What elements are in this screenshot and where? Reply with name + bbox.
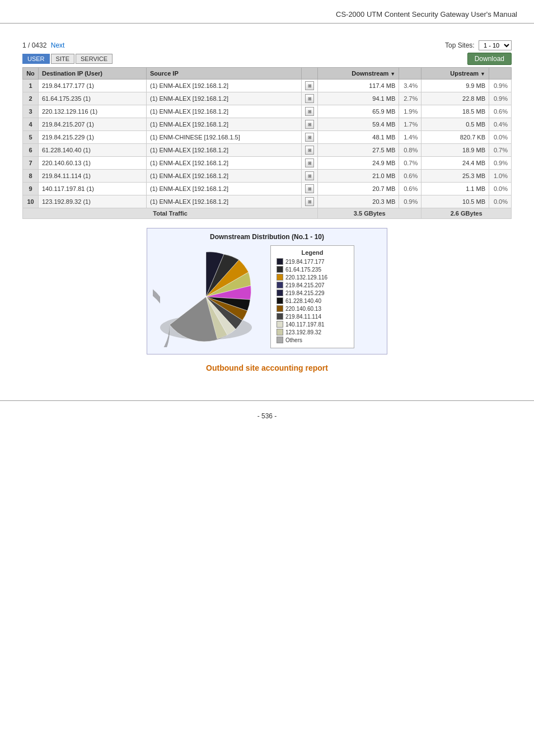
row-up-pct: 0.9% xyxy=(489,92,512,105)
row-dest: 123.192.89.32 (1) xyxy=(39,195,147,208)
chart-container: Downstream Distribution (No.1 - 10) xyxy=(147,228,387,354)
legend-item: 123.192.89.32 xyxy=(277,329,348,335)
tab-row: USER SITE SERVICE Download xyxy=(22,53,512,65)
table-row: 4 219.84.215.207 (1) (1) ENM-ALEX [192.1… xyxy=(23,118,512,131)
detail-icon[interactable]: ⊞ xyxy=(305,171,314,180)
legend-title: Legend xyxy=(277,249,348,256)
next-link[interactable]: Next xyxy=(51,41,65,49)
legend-item: 140.117.197.81 xyxy=(277,321,348,328)
legend-label: 61.64.175.235 xyxy=(285,267,321,273)
detail-icon[interactable]: ⊞ xyxy=(305,146,314,155)
col-downstream[interactable]: Downstream xyxy=(318,68,399,80)
legend-color-swatch xyxy=(277,258,283,265)
col-detail xyxy=(302,68,318,80)
legend-item: 220.132.129.116 xyxy=(277,274,348,281)
detail-icon[interactable]: ⊞ xyxy=(305,197,314,206)
legend-label: 140.117.197.81 xyxy=(285,321,325,328)
page-header: CS-2000 UTM Content Security Gateway Use… xyxy=(0,0,534,24)
table-row: 7 220.140.60.13 (1) (1) ENM-ALEX [192.16… xyxy=(23,157,512,170)
row-up-pct: 0.9% xyxy=(489,157,512,170)
row-downstream: 27.5 MB xyxy=(318,144,399,157)
col-dest: Destination IP (User) xyxy=(39,68,147,80)
row-detail[interactable]: ⊞ xyxy=(302,92,318,105)
row-source: (1) ENM-ALEX [192.168.1.2] xyxy=(147,80,302,92)
row-down-pct: 2.7% xyxy=(399,92,421,105)
row-down-pct: 1.4% xyxy=(399,131,421,144)
detail-icon[interactable]: ⊞ xyxy=(305,94,314,103)
row-upstream: 9.9 MB xyxy=(421,80,489,92)
col-no: No xyxy=(23,68,39,80)
row-dest: 220.140.60.13 (1) xyxy=(39,157,147,170)
legend-label: 219.84.11.114 xyxy=(285,314,321,320)
row-upstream: 1.1 MB xyxy=(421,183,489,195)
row-downstream: 48.1 MB xyxy=(318,131,399,144)
legend-item: 219.84.11.114 xyxy=(277,313,348,320)
row-detail[interactable]: ⊞ xyxy=(302,157,318,170)
col-up-pct xyxy=(489,68,512,80)
row-up-pct: 0.0% xyxy=(489,183,512,195)
legend-label: 220.140.60.13 xyxy=(285,306,321,312)
chart-title: Downstream Distribution (No.1 - 10) xyxy=(153,233,381,241)
legend-label: 219.84.215.229 xyxy=(285,290,325,296)
page-footer: - 536 - xyxy=(0,400,534,426)
row-no: 5 xyxy=(23,131,39,144)
row-detail[interactable]: ⊞ xyxy=(302,80,318,92)
row-dest: 61.64.175.235 (1) xyxy=(39,92,147,105)
download-button[interactable]: Download xyxy=(467,53,512,65)
row-no: 3 xyxy=(23,105,39,118)
total-upstream: 2.6 GBytes xyxy=(421,208,512,219)
main-content: 1 / 0432 Next Top Sites: 1 - 10 1 - 20 1… xyxy=(0,35,534,384)
detail-icon[interactable]: ⊞ xyxy=(305,81,314,90)
top-sites-select[interactable]: 1 - 10 1 - 20 1 - 50 xyxy=(479,40,512,50)
row-no: 2 xyxy=(23,92,39,105)
row-downstream: 65.9 MB xyxy=(318,105,399,118)
detail-icon[interactable]: ⊞ xyxy=(305,107,314,116)
row-no: 4 xyxy=(23,118,39,131)
row-downstream: 94.1 MB xyxy=(318,92,399,105)
manual-title: CS-2000 UTM Content Security Gateway Use… xyxy=(336,10,517,18)
row-detail[interactable]: ⊞ xyxy=(302,195,318,208)
legend-box: Legend 219.84.177.177 61.64.175.235 220.… xyxy=(270,245,354,348)
row-upstream: 24.4 MB xyxy=(421,157,489,170)
row-source: (1) ENM-ALEX [192.168.1.2] xyxy=(147,183,302,195)
legend-color-swatch xyxy=(277,313,283,320)
row-dest: 219.84.215.229 (1) xyxy=(39,131,147,144)
detail-icon[interactable]: ⊞ xyxy=(305,120,314,129)
row-detail[interactable]: ⊞ xyxy=(302,105,318,118)
detail-icon[interactable]: ⊞ xyxy=(305,158,314,167)
legend-label: 61.228.140.40 xyxy=(285,298,321,304)
row-detail[interactable]: ⊞ xyxy=(302,170,318,183)
tab-service[interactable]: SERVICE xyxy=(76,54,113,64)
row-down-pct: 0.6% xyxy=(399,170,421,183)
row-detail[interactable]: ⊞ xyxy=(302,183,318,195)
row-source: (1) ENM-ALEX [192.168.1.2] xyxy=(147,118,302,131)
row-no: 8 xyxy=(23,170,39,183)
row-up-pct: 0.4% xyxy=(489,118,512,131)
detail-icon[interactable]: ⊞ xyxy=(305,184,314,193)
row-dest: 61.228.140.40 (1) xyxy=(39,144,147,157)
report-caption: Outbound site accounting report xyxy=(22,363,512,372)
row-source: (1) ENM-CHINESE [192.168.1.5] xyxy=(147,131,302,144)
row-dest: 219.84.177.177 (1) xyxy=(39,80,147,92)
row-detail[interactable]: ⊞ xyxy=(302,144,318,157)
row-no: 9 xyxy=(23,183,39,195)
legend-color-swatch xyxy=(277,297,283,304)
tab-site[interactable]: SITE xyxy=(51,54,74,64)
legend-item: 220.140.60.13 xyxy=(277,305,348,312)
legend-item: Others xyxy=(277,337,348,343)
legend-label: 123.192.89.32 xyxy=(285,329,321,335)
row-detail[interactable]: ⊞ xyxy=(302,131,318,144)
row-upstream: 10.5 MB xyxy=(421,195,489,208)
detail-icon[interactable]: ⊞ xyxy=(305,133,314,142)
table-row: 6 61.228.140.40 (1) (1) ENM-ALEX [192.16… xyxy=(23,144,512,157)
row-downstream: 117.4 MB xyxy=(318,80,399,92)
col-upstream[interactable]: Upstream xyxy=(421,68,489,80)
row-down-pct: 0.8% xyxy=(399,144,421,157)
legend-item: 219.84.177.177 xyxy=(277,258,348,265)
controls-row: 1 / 0432 Next Top Sites: 1 - 10 1 - 20 1… xyxy=(22,40,512,50)
legend-color-swatch xyxy=(277,337,283,343)
row-detail[interactable]: ⊞ xyxy=(302,118,318,131)
tab-user[interactable]: USER xyxy=(22,54,50,64)
total-row: Total Traffic 3.5 GBytes 2.6 GBytes xyxy=(23,208,512,219)
row-up-pct: 0.0% xyxy=(489,131,512,144)
